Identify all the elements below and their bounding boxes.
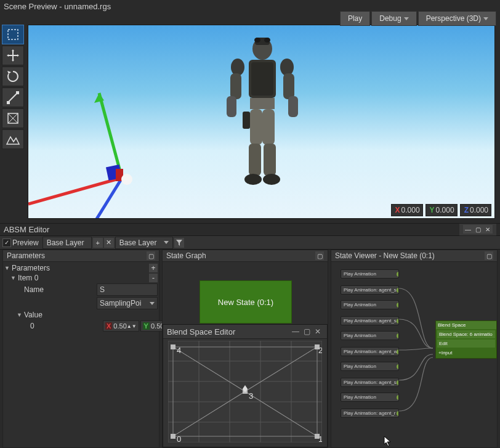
absm-editor-panel: ABSM Editor —▢✕ Preview Base Layer + ✕ B… xyxy=(0,223,500,448)
animation-node[interactable]: Play Animation xyxy=(341,393,399,402)
blend-node-header: Blend Space xyxy=(436,321,496,329)
svg-rect-2 xyxy=(16,91,19,94)
param-name-key: Name xyxy=(23,285,97,294)
blend-node-input[interactable]: +Input xyxy=(437,349,495,357)
animation-node[interactable]: Play Animation xyxy=(341,362,399,371)
play-button[interactable]: Play xyxy=(340,11,370,26)
svg-rect-26 xyxy=(249,144,261,176)
svg-point-10 xyxy=(121,174,132,185)
svg-point-29 xyxy=(263,174,280,185)
add-param-button[interactable]: + xyxy=(149,264,158,272)
svg-text:0: 0 xyxy=(177,434,181,442)
rotate-tool[interactable] xyxy=(2,67,24,86)
svg-rect-59 xyxy=(171,434,175,439)
param-name-input[interactable] xyxy=(97,283,158,296)
expand-icon[interactable]: ▼ xyxy=(10,275,17,281)
svg-rect-1 xyxy=(7,101,10,104)
svg-text:4: 4 xyxy=(177,346,181,355)
terrain-tool[interactable] xyxy=(2,129,24,149)
svg-rect-30 xyxy=(243,112,250,129)
close-button[interactable]: ✕ xyxy=(312,327,323,336)
state-node[interactable]: New State (0:1) xyxy=(200,280,292,324)
filter-button[interactable] xyxy=(174,238,184,248)
coord-y[interactable]: Y0.000 xyxy=(425,204,458,216)
select-tool[interactable] xyxy=(2,25,24,44)
svg-point-28 xyxy=(244,174,262,185)
svg-rect-23 xyxy=(288,96,298,117)
param-root: Parameters xyxy=(10,264,84,272)
animation-node[interactable]: Play Animation: agent_s xyxy=(341,316,399,325)
dock-button[interactable]: ▢ xyxy=(315,251,324,260)
svg-point-13 xyxy=(254,38,260,43)
maximize-button[interactable]: ▢ xyxy=(301,327,312,336)
svg-rect-19 xyxy=(230,73,241,99)
move-tool[interactable] xyxy=(2,46,24,65)
param-value-key: Value xyxy=(23,311,97,319)
chevron-down-icon xyxy=(404,17,409,20)
blend-node-edit[interactable]: Edit xyxy=(437,340,495,348)
scale-tool[interactable] xyxy=(2,88,24,107)
animation-node[interactable]: Play Animation: agent_s xyxy=(341,378,399,387)
svg-text:2: 2 xyxy=(318,346,322,355)
maximize-button[interactable]: ▢ xyxy=(473,225,483,234)
animation-node[interactable]: Play Animation: agent_w xyxy=(341,347,399,356)
coord-x[interactable]: X0.000 xyxy=(391,204,423,216)
add-layer-button[interactable]: + xyxy=(93,238,103,248)
coordinate-readout: X0.000 Y0.000 Z0.000 xyxy=(391,204,491,216)
animation-node[interactable]: Play Animation: agent_s xyxy=(341,285,399,295)
expand-icon[interactable]: ▼ xyxy=(4,265,10,271)
svg-text:3: 3 xyxy=(249,391,253,401)
remove-layer-button[interactable]: ✕ xyxy=(104,238,114,248)
coord-z[interactable]: Z0.000 xyxy=(460,204,491,216)
svg-rect-17 xyxy=(250,98,275,109)
minimize-button[interactable]: — xyxy=(290,327,301,336)
remove-param-button[interactable]: - xyxy=(149,274,158,282)
layer-dropdown[interactable]: Base Layer xyxy=(115,237,173,249)
view-mode-button[interactable]: Perspective (3D) xyxy=(418,11,496,26)
svg-line-52 xyxy=(245,391,317,436)
state-graph-title: State Graph xyxy=(166,251,314,260)
svg-line-51 xyxy=(173,391,245,436)
svg-rect-22 xyxy=(283,73,294,99)
blend-space-canvas[interactable]: 4 2 3 0 1 xyxy=(168,341,322,442)
param-x-input[interactable]: X0.50▲▼ xyxy=(103,320,139,332)
svg-rect-53 xyxy=(171,344,175,349)
svg-point-21 xyxy=(280,59,294,76)
parameters-panel: Parameters▢ ▼ Parameters + ▼ Item 0 - Na… xyxy=(2,250,159,448)
svg-point-18 xyxy=(231,59,244,76)
svg-line-49 xyxy=(173,347,245,391)
animation-node[interactable]: Play Animation: agent_r xyxy=(341,409,399,418)
debug-button[interactable]: Debug xyxy=(371,11,416,26)
animation-node[interactable]: Play Animation xyxy=(341,300,399,309)
svg-rect-20 xyxy=(227,96,236,117)
param-value-index: 0 xyxy=(29,322,103,330)
svg-text:1: 1 xyxy=(318,434,322,442)
state-viewer-canvas[interactable]: Play Animation Play Animation: agent_s P… xyxy=(331,262,497,447)
expand-icon[interactable]: ▼ xyxy=(17,312,23,318)
bounds-tool[interactable] xyxy=(2,108,24,128)
preview-checkbox[interactable] xyxy=(2,238,11,247)
state-viewer-panel: State Viewer - New State (0:1)▢ Play Ani… xyxy=(331,250,498,448)
blend-space-node[interactable]: Blend Space Blend Space: 6 animatio Edit… xyxy=(435,320,497,359)
svg-point-14 xyxy=(264,38,270,43)
minimize-button[interactable]: — xyxy=(463,225,473,234)
param-item: Item 0 xyxy=(17,274,91,282)
blend-title: Blend Space Editor xyxy=(167,327,290,336)
viewport-tool-strip xyxy=(2,25,26,149)
dock-button[interactable]: ▢ xyxy=(485,251,493,260)
character-mesh[interactable] xyxy=(219,31,305,204)
layer-selector[interactable]: Base Layer xyxy=(42,237,92,249)
chevron-down-icon xyxy=(483,17,488,20)
svg-rect-0 xyxy=(8,30,18,39)
blend-node-info: Blend Space: 6 animatio xyxy=(437,330,495,338)
state-viewer-title: State Viewer - New State (0:1) xyxy=(335,251,483,260)
param-type-select[interactable]: SamplingPoi xyxy=(97,297,158,309)
scene-preview-panel: Scene Preview - unnamed.rgs Play Debug P… xyxy=(0,0,500,222)
transform-gizmo[interactable] xyxy=(28,75,188,219)
dock-button[interactable]: ▢ xyxy=(147,251,155,260)
animation-node[interactable]: Play Animation xyxy=(341,331,399,340)
close-button[interactable]: ✕ xyxy=(483,225,493,234)
preview-label: Preview xyxy=(12,238,39,247)
viewport-3d[interactable]: X0.000 Y0.000 Z0.000 xyxy=(28,25,495,219)
animation-node[interactable]: Play Animation xyxy=(341,269,399,279)
